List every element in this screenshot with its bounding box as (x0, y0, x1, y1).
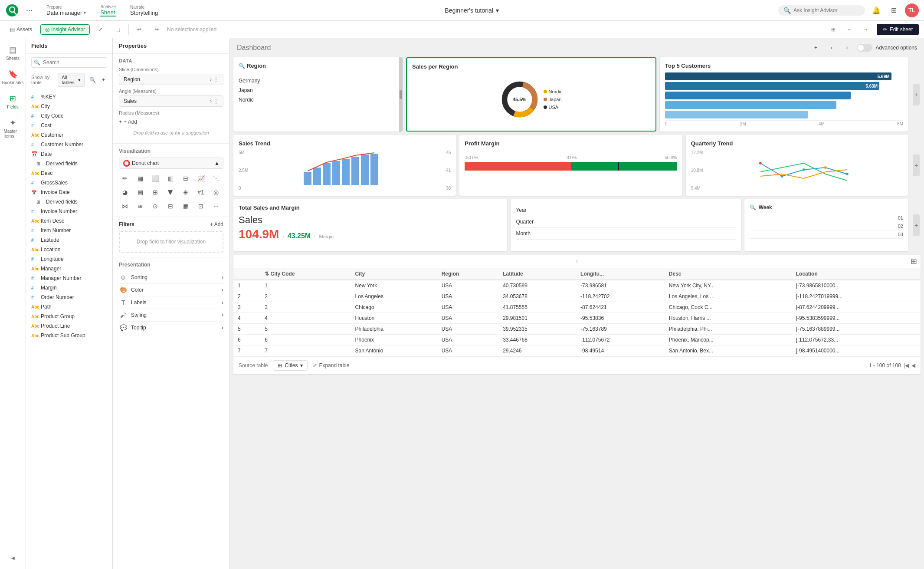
angle-expand-icon[interactable]: › (210, 98, 212, 104)
region-germany[interactable]: Germany (239, 76, 397, 86)
field-item-invoicedate[interactable]: 📅 Invoice Date (26, 187, 112, 197)
field-item-ordernumber[interactable]: # Order Number (26, 293, 112, 302)
select-icon-btn[interactable]: ⬚ (111, 24, 125, 35)
region-japan[interactable]: Japan (239, 86, 397, 95)
insight-advisor-btn[interactable]: ◎ Insight Advisor (40, 24, 90, 35)
sidebar-item-bookmarks[interactable]: 🔖 Bookmarks (2, 66, 24, 89)
nav-prepare[interactable]: Prepare Data manager ▾ (39, 0, 93, 21)
col-city[interactable]: City (351, 268, 437, 280)
viz-col-icon[interactable]: ▦ (134, 172, 146, 184)
viz-treemap-icon[interactable]: ▤ (134, 186, 146, 198)
search-fields-btn[interactable]: 🔍 (87, 76, 98, 84)
viz-bullet-icon[interactable]: ⊟ (180, 172, 192, 184)
viz-network-icon[interactable]: ⋈ (119, 200, 131, 212)
add-right-btn-1[interactable]: + (913, 84, 920, 105)
filter-drop-zone[interactable]: Drop field to filter visualization (119, 231, 223, 253)
col-location[interactable]: Location (792, 268, 921, 280)
table-add-row[interactable]: + ⊞ (233, 255, 921, 268)
search-input[interactable] (793, 7, 854, 13)
viz-combo-icon[interactable]: ⬜ (149, 172, 161, 184)
field-item-derived2[interactable]: ⊞ Derived fields (26, 197, 112, 207)
table-select[interactable]: All tables ▾ (58, 73, 85, 87)
viz-scatter-icon[interactable]: ⋱ (210, 172, 222, 184)
undo-btn[interactable]: ↩ (132, 24, 146, 35)
add-right-btn-3[interactable]: + (913, 214, 920, 236)
pres-color[interactable]: 🎨 Color › (119, 284, 223, 296)
angle-more-icon[interactable]: ⋮ (213, 98, 219, 104)
viz-more-icon[interactable]: ··· (210, 200, 222, 212)
field-item-itemdesc[interactable]: Abc Item Desc (26, 216, 112, 226)
notification-icon[interactable]: 🔔 (870, 4, 882, 16)
app-title[interactable]: Beginner's tutorial ▾ (165, 7, 778, 14)
month-row[interactable]: Month (516, 228, 735, 240)
pres-tooltip[interactable]: 💬 Tooltip › (119, 322, 223, 334)
back-btn[interactable]: ← (842, 24, 857, 35)
field-item-customer[interactable]: Abc Customer (26, 130, 112, 140)
field-item-customernumber[interactable]: # Customer Number (26, 140, 112, 149)
first-page-btn[interactable]: |◀ (904, 362, 909, 368)
add-sheet-btn[interactable]: + (810, 42, 822, 54)
viz-waterfall-icon[interactable]: ⊕ (180, 186, 192, 198)
field-item-derived1[interactable]: ⊞ Derived fields (26, 159, 112, 168)
field-item-grosssales[interactable]: # GrossSales (26, 178, 112, 187)
nav-analyze[interactable]: Analyze Sheet (93, 0, 123, 21)
qlik-logo[interactable] (5, 3, 19, 17)
sidebar-item-sheets[interactable]: ▤ Sheets (2, 42, 24, 64)
col-desc[interactable]: Desc (665, 268, 792, 280)
viz-funnel-icon[interactable]: ⯆ (164, 186, 177, 198)
grid-layout-btn[interactable]: ⊞ (826, 24, 840, 35)
field-item-key[interactable]: # %KEY (26, 92, 112, 102)
viz-table-icon[interactable]: ▦ (180, 200, 192, 212)
field-item-managernumber[interactable]: # Manager Number (26, 273, 112, 283)
field-item-path[interactable]: Abc Path (26, 302, 112, 312)
col-citycode[interactable]: ⇅ City Code (260, 268, 351, 280)
field-item-desc[interactable]: Abc Desc (26, 168, 112, 178)
col-latitude[interactable]: Latitude (498, 268, 576, 280)
col-region[interactable]: Region (437, 268, 498, 280)
slice-row[interactable]: Region › ⋮ (119, 74, 223, 85)
filters-add-btn[interactable]: + Add (210, 221, 223, 227)
field-item-invoicenumber[interactable]: # Invoice Number (26, 207, 112, 216)
add-field-btn[interactable]: + (100, 76, 107, 84)
pres-styling[interactable]: 🖌 Styling › (119, 309, 223, 322)
viz-kpi-icon[interactable]: #1 (195, 186, 207, 198)
field-item-citycode[interactable]: # City Code (26, 111, 112, 121)
field-item-itemnumber[interactable]: # Item Number (26, 226, 112, 235)
viz-box-icon[interactable]: ▥ (164, 172, 177, 184)
week-item-02[interactable]: 02 (750, 222, 903, 230)
expand-table-btn[interactable]: ⤢ Expand table (313, 362, 349, 368)
prev-sheet-btn[interactable]: ‹ (826, 42, 838, 54)
nav-dots[interactable]: ··· (26, 6, 33, 15)
insight-advisor-search[interactable]: 🔍 (778, 5, 865, 16)
viz-type-collapse[interactable]: ▲ (214, 160, 220, 166)
field-item-productgroup[interactable]: Abc Product Group (26, 312, 112, 321)
viz-map-icon[interactable]: ⊙ (149, 200, 161, 212)
forward-btn[interactable]: → (858, 24, 873, 35)
field-item-latitude[interactable]: # Latitude (26, 235, 112, 245)
region-nordic[interactable]: Nordic (239, 95, 397, 105)
grid-icon[interactable]: ⊞ (888, 4, 900, 16)
advanced-options-toggle[interactable] (857, 44, 872, 52)
field-item-margin[interactable]: # Margin (26, 283, 112, 293)
viz-type-row[interactable]: ⭕ Donut chart ▲ (119, 158, 223, 169)
nav-narrate[interactable]: Narrate Storytelling (123, 0, 165, 21)
field-item-longitude[interactable]: # Longitude (26, 254, 112, 264)
field-item-cost[interactable]: # Cost (26, 121, 112, 130)
viz-gauge-icon[interactable]: ◎ (210, 186, 222, 198)
next-sheet-btn[interactable]: › (841, 42, 853, 54)
week-item-01[interactable]: 01 (750, 214, 903, 222)
week-item-03[interactable]: 03 (750, 230, 903, 239)
pres-labels[interactable]: T Labels › (119, 296, 223, 309)
viz-heatmap-icon[interactable]: ⊞ (149, 186, 161, 198)
viz-sankey-icon[interactable]: ≋ (134, 200, 146, 212)
year-row[interactable]: Year (516, 204, 735, 216)
collapse-btn[interactable]: ◀ (2, 552, 24, 564)
slice-expand-icon[interactable]: › (210, 76, 212, 82)
angle-row[interactable]: Sales › ⋮ (119, 95, 223, 107)
add-radius-btn[interactable]: + + Add (119, 117, 223, 127)
sidebar-item-master[interactable]: ✦ Master items (2, 115, 24, 142)
field-item-manager[interactable]: Abc Manager (26, 264, 112, 273)
field-item-productline[interactable]: Abc Product Line (26, 321, 112, 331)
slice-more-icon[interactable]: ⋮ (213, 76, 219, 82)
fields-search-input[interactable] (31, 57, 107, 68)
